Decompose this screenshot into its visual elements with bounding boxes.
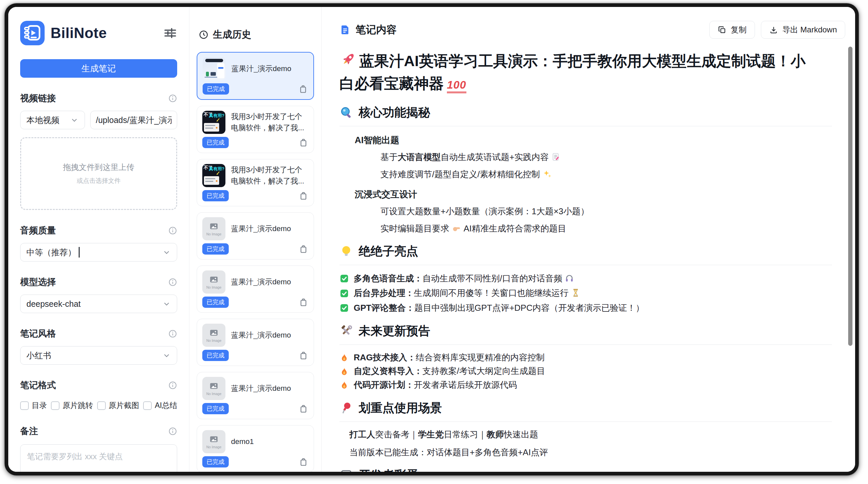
delete-icon[interactable]: [299, 457, 308, 467]
history-header: 生成历史: [199, 28, 314, 41]
status-badge: 已完成: [202, 243, 229, 254]
history-item-title: 蓝果汁_演示demo: [231, 63, 291, 74]
delete-icon[interactable]: [299, 138, 308, 147]
speech-bubble-icon: [339, 468, 353, 472]
checkbox-ai-summary[interactable]: AI总结: [143, 400, 177, 411]
image-placeholder-icon: [209, 328, 219, 338]
download-icon: [769, 26, 778, 34]
checkbox-box[interactable]: [51, 401, 60, 410]
export-button-label: 导出 Markdown: [782, 25, 837, 35]
note-style-label: 笔记风格: [20, 328, 56, 339]
checklist-item: GPT评论整合：题目中强制出现GPT点评+DPC内容（开发者演示已验证！）: [339, 302, 832, 314]
history-item-title: demo1: [231, 436, 254, 447]
checkbox-box[interactable]: [143, 401, 152, 410]
note-list-item: 支持难度调节/题型自定义/素材精细化控制: [380, 169, 832, 181]
checkbox-label: 原片截图: [109, 400, 139, 411]
app-window: BiliNote 生成笔记 视频链接 本地视频 拖拽文件到这里上传 或点击选择文…: [5, 3, 859, 475]
video-thumbnail: 不了 真有用?: [202, 111, 225, 134]
audio-quality-value: 中等（推荐）: [26, 247, 76, 258]
headphones-icon: [564, 273, 574, 283]
history-item-title: 蓝果汁_演示demo: [231, 330, 291, 341]
delete-icon[interactable]: [299, 404, 308, 414]
use-case-line: 打工人突击备考｜学生党日常练习｜教师快速出题: [349, 428, 832, 441]
image-placeholder-icon: [209, 221, 219, 232]
arrow-icon: [216, 118, 220, 122]
delete-icon[interactable]: [298, 84, 308, 94]
check-mark-icon: [339, 289, 349, 298]
video-source-select[interactable]: 本地视频: [20, 111, 85, 129]
delete-icon[interactable]: [299, 351, 308, 360]
no-image-label: No Image: [206, 232, 221, 236]
info-icon[interactable]: [168, 226, 177, 235]
history-item[interactable]: No Image 蓝果汁_演示demo 已完成: [197, 319, 314, 366]
info-icon[interactable]: [168, 329, 177, 338]
info-icon[interactable]: [168, 381, 177, 390]
note-header: 笔记内容 复制 导出 Markdown: [321, 15, 855, 42]
checkbox-jump-to-source[interactable]: 原片跳转: [51, 400, 93, 411]
model-select[interactable]: deepseek-chat: [20, 295, 177, 313]
chevron-down-icon: [162, 248, 171, 256]
group-title: AI智能出题: [355, 134, 832, 146]
delete-icon[interactable]: [299, 244, 308, 254]
video-thumbnail: No Image: [202, 270, 225, 294]
copy-icon: [718, 26, 726, 34]
history-item-title: 我用3小时开发了七个电脑软件，解决了我...: [231, 111, 308, 133]
upload-dropzone[interactable]: 拖拽文件到这里上传 或点击选择文件: [20, 137, 177, 210]
note-list-item: 可设置大题数量+小题数量（演示案例：1大题×3小题）: [380, 206, 832, 217]
video-link-label-row: 视频链接: [20, 92, 177, 104]
lightbulb-icon: [339, 245, 353, 258]
history-item[interactable]: 蓝果汁_演示demo 已完成: [197, 52, 314, 100]
delete-icon[interactable]: [299, 191, 308, 201]
export-markdown-button[interactable]: 导出 Markdown: [761, 21, 845, 39]
history-item[interactable]: No Image 蓝果汁_演示demo 已完成: [197, 212, 314, 260]
note-format-label: 笔记格式: [20, 379, 56, 391]
info-icon[interactable]: [168, 94, 177, 103]
model-value: deepseek-chat: [26, 299, 81, 309]
section-heading-highlights: 绝绝子亮点: [339, 243, 832, 265]
status-badge: 已完成: [202, 350, 229, 361]
image-placeholder-icon: [209, 434, 219, 444]
note-actions: 复制 导出 Markdown: [709, 21, 845, 39]
video-source-value: 本地视频: [26, 115, 60, 126]
history-item[interactable]: No Image demo1 已完成: [197, 425, 314, 472]
checkbox-screenshots[interactable]: 原片截图: [97, 400, 139, 411]
settings-sliders-icon[interactable]: [163, 26, 177, 40]
audio-quality-label-row: 音频质量: [20, 224, 177, 236]
delete-icon[interactable]: [299, 297, 308, 307]
vertical-scrollbar[interactable]: [848, 47, 852, 346]
upcoming-item: 自定义资料导入：支持教案/考试大纲定向生成题目: [339, 365, 832, 377]
upload-hint-sub: 或点击选择文件: [77, 177, 121, 185]
group-title: 沉浸式交互设计: [355, 188, 832, 200]
history-item[interactable]: 不了 真有用? 我用3小时开发了七个电脑软件，解决了我... 已完成: [197, 106, 314, 153]
check-mark-icon: [339, 274, 349, 283]
audio-quality-select[interactable]: 中等（推荐）: [20, 243, 177, 262]
note-style-select[interactable]: 小红书: [20, 346, 177, 365]
checkbox-box[interactable]: [97, 401, 106, 410]
audio-quality-label: 音频质量: [20, 224, 56, 236]
no-image-label: No Image: [206, 392, 221, 396]
checkbox-box[interactable]: [20, 401, 29, 410]
image-placeholder-icon: [209, 275, 219, 285]
hundred-points-icon: 100: [447, 79, 466, 93]
info-icon[interactable]: [168, 278, 177, 286]
info-icon[interactable]: [168, 427, 177, 436]
arrow-icon: [216, 171, 220, 176]
chevron-down-icon: [162, 300, 171, 308]
video-link-controls: 本地视频: [20, 111, 177, 129]
history-item-title: 蓝果汁_演示demo: [231, 223, 291, 234]
section-heading-use-cases: 划重点使用场景: [339, 400, 832, 422]
video-path-input[interactable]: [90, 111, 177, 129]
video-thumbnail: No Image: [202, 217, 225, 240]
copy-button[interactable]: 复制: [709, 21, 755, 39]
checklist: 多角色语音生成：自动生成带不同性别/口音的对话音频 后台异步处理：生成期间不用傻…: [339, 272, 832, 314]
remark-textarea[interactable]: [20, 444, 177, 475]
history-item[interactable]: 不了 真有用? 我用3小时开发了七个电脑软件，解决了我... 已完成: [197, 159, 314, 206]
generate-notes-button[interactable]: 生成笔记: [20, 59, 177, 78]
note-title-text: 蓝果汁AI英语学习工具演示：手把手教你用大模型生成定制试题！小白必看宝藏神器: [339, 53, 806, 92]
history-item[interactable]: No Image 蓝果汁_演示demo 已完成: [197, 372, 314, 419]
flame-icon: [339, 367, 349, 376]
video-link-label: 视频链接: [20, 92, 56, 104]
checkbox-toc[interactable]: 目录: [20, 400, 47, 411]
video-thumbnail: No Image: [202, 430, 225, 453]
history-item[interactable]: No Image 蓝果汁_演示demo 已完成: [197, 266, 314, 313]
